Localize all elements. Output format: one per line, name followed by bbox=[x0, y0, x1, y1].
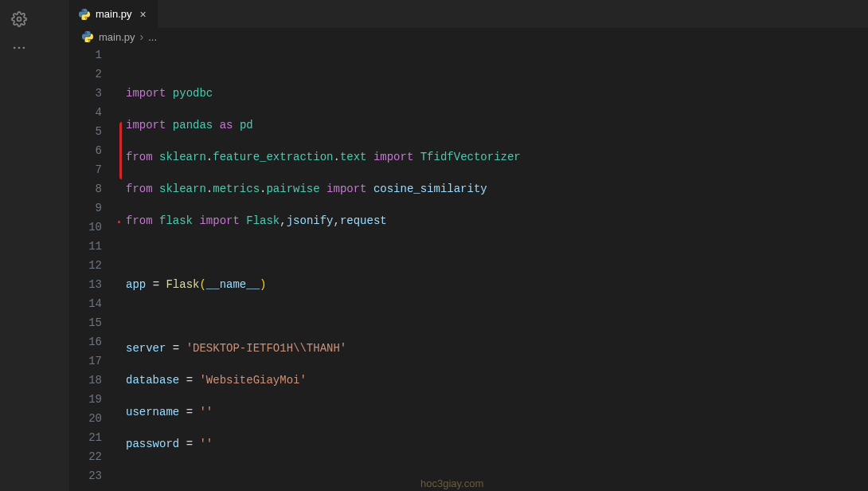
more-ellipsis-icon[interactable] bbox=[0, 33, 38, 62]
tab-close-icon[interactable]: × bbox=[137, 8, 150, 21]
svg-point-3 bbox=[23, 47, 25, 49]
activity-bar bbox=[0, 0, 38, 491]
svg-point-2 bbox=[18, 47, 21, 49]
line-number: 4 bbox=[70, 103, 102, 122]
line-number: 15 bbox=[70, 313, 102, 332]
tab-label: main.py bbox=[96, 8, 132, 20]
line-number: 19 bbox=[70, 390, 102, 409]
code-line: import pandas as pd bbox=[126, 116, 868, 135]
code-line: import pyodbc bbox=[126, 84, 868, 103]
line-number: 10 bbox=[70, 218, 102, 237]
svg-point-0 bbox=[18, 18, 22, 22]
code-line: from sklearn.metrics.pairwise import cos… bbox=[126, 179, 868, 198]
code-line: server = 'DESKTOP-IETFO1H\\THANH' bbox=[126, 339, 868, 358]
watermark-text: hoc3giay.com bbox=[420, 477, 483, 489]
line-number: 16 bbox=[70, 332, 102, 352]
sidebar-collapsed bbox=[38, 0, 70, 491]
line-number: 12 bbox=[70, 256, 102, 275]
breadcrumb-file: main.py bbox=[99, 31, 135, 43]
editor-main: main.py × main.py › ... 1 2 3 4 5 6 7 8 … bbox=[70, 0, 868, 491]
line-number: 6 bbox=[70, 141, 102, 160]
highlight-bracket-icon bbox=[119, 122, 122, 179]
line-number: 5 bbox=[70, 122, 102, 141]
line-number: 14 bbox=[70, 294, 102, 313]
line-number: 9 bbox=[70, 198, 102, 218]
line-number: 1 bbox=[70, 45, 102, 65]
line-number: 3 bbox=[70, 84, 102, 103]
manage-gear-icon[interactable] bbox=[0, 5, 38, 33]
breadcrumb[interactable]: main.py › ... bbox=[70, 28, 868, 45]
line-number: 18 bbox=[70, 371, 102, 390]
code-content[interactable]: import pyodbc import pandas as pd from s… bbox=[118, 45, 868, 491]
code-line: username = '' bbox=[126, 403, 868, 422]
code-line: password = '' bbox=[126, 434, 868, 454]
code-line: from flask import Flask,jsonify,request bbox=[126, 211, 868, 230]
python-file-icon bbox=[78, 8, 91, 21]
svg-point-1 bbox=[14, 47, 16, 49]
tab-main-py[interactable]: main.py × bbox=[70, 0, 158, 28]
line-number: 7 bbox=[70, 160, 102, 179]
python-file-icon bbox=[81, 30, 94, 43]
line-number: 13 bbox=[70, 275, 102, 294]
chevron-right-icon: › bbox=[140, 30, 144, 43]
code-line bbox=[126, 307, 868, 326]
code-line: from sklearn.feature_extraction.text imp… bbox=[126, 147, 868, 167]
line-number: 23 bbox=[70, 466, 102, 485]
line-number: 17 bbox=[70, 352, 102, 371]
line-number: 20 bbox=[70, 409, 102, 428]
tab-bar: main.py × bbox=[70, 0, 868, 28]
line-number-gutter: 1 2 3 4 5 6 7 8 9 10 11 12 13 14 15 16 1… bbox=[70, 45, 118, 491]
code-editor[interactable]: 1 2 3 4 5 6 7 8 9 10 11 12 13 14 15 16 1… bbox=[70, 45, 868, 491]
breadcrumb-more: ... bbox=[148, 31, 157, 43]
line-number: 11 bbox=[70, 237, 102, 256]
line-number: 22 bbox=[70, 447, 102, 466]
code-line bbox=[126, 243, 868, 262]
line-number: 21 bbox=[70, 428, 102, 447]
modified-marker-icon bbox=[118, 221, 120, 223]
code-line bbox=[126, 466, 868, 485]
line-number: 8 bbox=[70, 179, 102, 198]
code-line: app = Flask(__name__) bbox=[126, 275, 868, 294]
code-line: database = 'WebsiteGiayMoi' bbox=[126, 371, 868, 390]
line-number: 2 bbox=[70, 65, 102, 84]
